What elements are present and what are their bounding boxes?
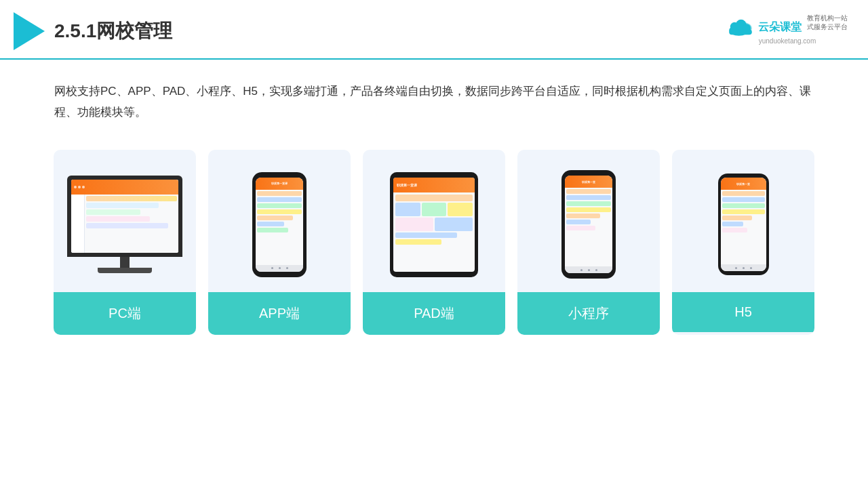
svg-rect-6 [729,29,752,35]
card-pc-label: PC端 [54,292,196,335]
phone-notch-app [270,172,289,176]
card-app-image: 职涯第一堂课 [208,150,351,292]
phone-screen-header-h5: 职涯第一堂 [721,178,766,190]
monitor-screen-inner [71,180,178,253]
card-app-label: APP端 [208,292,351,335]
monitor-header-dots [74,186,85,188]
tablet-multi-2 [395,218,473,231]
monitor-row-1 [86,196,177,201]
h5-row-3 [722,203,765,208]
h5-row-7 [722,228,748,232]
h5-row-1 [722,191,765,196]
monitor-base [98,268,152,273]
monitor-row-4 [86,216,150,222]
phone-screen-body-h5 [721,190,766,264]
phone-row-3 [257,203,302,208]
monitor-neck [120,257,130,268]
phone-screen-header-miniapp: 职涯第一堂 [565,176,612,188]
h5-row-5 [722,216,752,220]
brand-logo-top: 云朵课堂 教育机构一站式服务云平台 [727,18,848,37]
card-h5-image: 职涯第一堂 [672,150,814,292]
h5-row-4 [722,209,765,214]
tablet-row-2 [395,232,457,238]
card-h5: 职涯第一堂 [672,150,814,335]
card-pad: 职涯第一堂课 [363,150,505,335]
phone-header-text-miniapp: 职涯第一堂 [582,180,595,184]
phone-row-1 [257,191,302,196]
phone-screen-h5: 职涯第一堂 [721,178,766,271]
h5-nav-dot-3 [750,267,752,269]
phone-screen-body-miniapp [565,188,612,266]
tablet-multi-1 [395,203,473,216]
header: 2.5.1网校管理 云朵课堂 教育机构一站式服务云平台 yunduoketang… [0,0,868,60]
h5-nav-dot-2 [743,267,745,269]
mini-row-1 [566,189,611,194]
cards-container: PC端 职涯第一堂课 [0,136,868,355]
monitor-body [67,176,182,257]
card-pad-label: PAD端 [363,292,505,335]
monitor-screen-body [71,195,178,253]
phone-row-4 [257,209,302,214]
nav-dot-2 [279,267,281,269]
phone-nav-h5 [721,264,766,271]
mini-row-4 [566,207,611,212]
header-left: 2.5.1网校管理 [14,12,172,50]
tablet-screen-header: 职涯第一堂课 [393,178,475,192]
monitor-row-2 [86,203,159,208]
mini-nav-dot-2 [588,269,590,271]
tablet-row-3 [395,239,441,245]
h5-row-6 [722,222,744,226]
monitor-main [85,195,178,253]
card-miniapp-image: 职涯第一堂 [517,150,660,292]
card-miniapp-label: 小程序 [517,292,660,335]
phone-nav-app [256,265,303,272]
phone-header-text-app: 职涯第一堂课 [271,182,288,185]
card-pc: PC端 [54,150,196,335]
monitor-screen [71,180,178,253]
phone-mockup-h5: 职涯第一堂 [718,174,769,275]
nav-dot-3 [286,267,288,269]
h5-nav-dot-1 [735,267,737,269]
cloud-icon [727,18,754,37]
phone-notch-h5 [735,174,751,177]
card-h5-label: H5 [672,292,814,332]
card-pc-image [54,150,196,292]
monitor-row-3 [86,209,140,215]
card-pad-image: 职涯第一堂课 [363,150,505,292]
mini-row-3 [566,201,611,206]
tablet-cell-3 [448,203,473,216]
mini-row-5 [566,214,600,218]
monitor-screen-header [71,180,178,195]
phone-mockup-app: 职涯第一堂课 [252,172,307,277]
brand-url: yunduoketang.com [759,37,816,45]
brand-name: 云朵课堂 [758,20,802,35]
phone-screen-body-app [256,190,303,265]
phone-row-2 [257,197,302,202]
tablet-header-text: 职涯第一堂课 [397,183,417,187]
phone-row-7 [257,228,288,232]
tablet-mockup: 职涯第一堂课 [390,172,478,277]
card-miniapp: 职涯第一堂 [517,150,660,335]
mini-row-7 [566,226,595,230]
mini-row-6 [566,220,591,224]
brand-logo: 云朵课堂 教育机构一站式服务云平台 yunduoketang.com [727,18,848,45]
phone-row-6 [257,222,284,226]
dot2 [78,186,81,188]
phone-screen-header-app: 职涯第一堂课 [256,178,303,190]
dot3 [82,186,85,188]
nav-dot-1 [271,267,273,269]
mini-row-2 [566,195,611,200]
tablet-screen: 职涯第一堂课 [393,178,475,272]
tablet-cell-2 [422,203,447,216]
phone-header-text-h5: 职涯第一堂 [736,182,750,186]
brand-slogan: 教育机构一站式服务云平台 [807,14,848,31]
phone-mockup-miniapp: 职涯第一堂 [561,170,616,279]
tablet-cell-1 [395,203,420,216]
mini-nav-dot-1 [580,269,583,271]
phone-screen-miniapp: 职涯第一堂 [565,176,612,273]
mini-nav-dot-3 [595,269,597,271]
phone-row-5 [257,216,293,220]
tablet-cell-4 [395,218,433,231]
play-icon [14,12,45,50]
phone-notch-miniapp [579,170,598,174]
